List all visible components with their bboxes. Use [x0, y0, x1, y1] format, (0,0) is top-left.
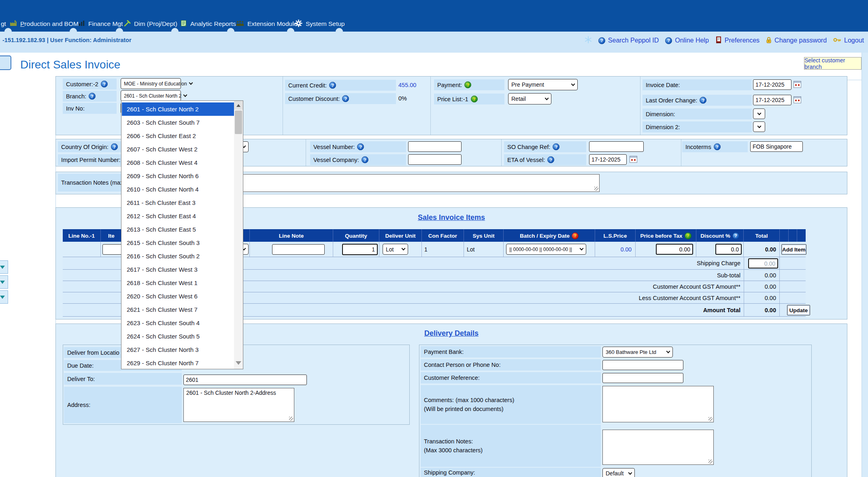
help-icon[interactable]: ?	[111, 143, 118, 150]
branch-option[interactable]: 2629 - Sch Cluster North 7	[122, 356, 234, 370]
dimension2-select[interactable]	[753, 121, 765, 132]
branch-option[interactable]: 2612 - Sch Cluster East 4	[122, 209, 234, 223]
branch-option[interactable]: 2609 - Sch Cluster North 6	[122, 169, 234, 183]
discount-input[interactable]	[715, 244, 742, 255]
help-icon[interactable]: ?	[714, 143, 721, 150]
branch-option[interactable]: 2624 - Sch Cluster South 5	[122, 330, 234, 343]
last-order-change-label: Last Order Change:	[646, 97, 697, 104]
help-icon[interactable]: ?	[547, 156, 554, 163]
branch-option[interactable]: 2610 - Sch Cluster North 4	[122, 183, 234, 196]
batch-expiry-select[interactable]: || 0000-00-00 || 0000-00-00 ||	[506, 244, 586, 255]
add-item-button[interactable]: Add Item	[781, 244, 806, 255]
help-icon[interactable]: ?	[357, 143, 364, 150]
payment-bank-label-cell: Payment Bank:	[421, 346, 601, 358]
nav-tab-partial[interactable]: gt	[1, 18, 6, 30]
scroll-up-button[interactable]	[234, 101, 243, 110]
branch-option[interactable]: 2603 - Sch Cluster South 7	[122, 116, 234, 129]
help-icon[interactable]: ?	[685, 232, 691, 239]
customer-reference-input[interactable]	[602, 373, 683, 383]
nav-tab-finance-mgt[interactable]: Finance Mgt	[79, 18, 123, 30]
branch-option-selected[interactable]: 2601 - Sch Cluster North 2	[122, 102, 234, 116]
price-list-select[interactable]: Retail	[508, 93, 551, 104]
peppol-icon[interactable]	[585, 36, 592, 45]
so-change-ref-input[interactable]	[589, 141, 644, 152]
help-icon[interactable]: ?	[471, 96, 478, 102]
calendar-icon[interactable]	[794, 81, 801, 88]
change-password-link[interactable]: Change password	[766, 36, 827, 45]
incoterms-input[interactable]	[750, 141, 803, 152]
branch-select[interactable]: 2601 - Sch Cluster North 2	[121, 90, 181, 101]
help-icon[interactable]: ?	[700, 97, 706, 104]
col-price-before-tax-label: Price before Tax	[640, 233, 682, 239]
update-button[interactable]: Update	[787, 305, 810, 315]
payment-select[interactable]: Pre Payment	[508, 79, 578, 90]
payment-bank-select[interactable]: 360 Bathware Pte Ltd	[602, 347, 673, 358]
help-icon[interactable]: ?	[101, 81, 108, 87]
help-icon[interactable]: ?	[89, 93, 96, 100]
nav-tab-dim-proj-dept[interactable]: Dim (Proj/Dept)	[124, 18, 177, 30]
branch-option[interactable]: 2616 - Sch Cluster South 2	[122, 249, 234, 263]
panel-collapse-button[interactable]	[0, 275, 8, 289]
payment-label-cell: Payment:?	[434, 79, 504, 90]
nav-tab-analytic-reports[interactable]: Analytic Reports	[181, 18, 236, 30]
branch-option[interactable]: 2618 - Sch Cluster West 1	[122, 276, 234, 290]
online-help-link[interactable]: ?Online Help	[665, 37, 709, 44]
invoice-date-input[interactable]	[753, 79, 791, 90]
import-permit-label: Import Permit Number:	[61, 157, 121, 163]
branch-option[interactable]: 2623 - Sch Cluster South 4	[122, 316, 234, 330]
last-order-change-input[interactable]	[753, 95, 791, 105]
branch-option[interactable]: 2608 - Sch Cluster West 4	[122, 156, 234, 169]
dimension-select[interactable]	[753, 109, 765, 119]
nav-tab-production-and-bom[interactable]: Production and BOM	[10, 18, 79, 30]
branch-option[interactable]: 2615 - Sch Cluster South 3	[122, 236, 234, 249]
branch-option[interactable]: 2613 - Sch Cluster East 5	[122, 223, 234, 236]
ls-price-cell: 0.00	[595, 242, 636, 257]
eta-of-vessel-input[interactable]	[589, 154, 627, 165]
help-icon[interactable]: ?	[553, 143, 560, 150]
branch-option[interactable]: 2606 - Sch Cluster East 2	[122, 129, 234, 143]
delivery-transaction-notes-textarea[interactable]	[602, 430, 714, 465]
branch-option[interactable]: 2620 - Sch Cluster West 6	[122, 290, 234, 303]
deliver-unit-select[interactable]: Lot	[383, 244, 408, 255]
branch-option[interactable]: 2621 - Sch Cluster West 7	[122, 303, 234, 316]
help-icon[interactable]: ?	[732, 232, 739, 239]
branch-option[interactable]: 2611 - Sch Cluster East 3	[122, 196, 234, 209]
branch-option[interactable]: 2607 - Sch Cluster West 2	[122, 143, 234, 156]
quantity-input[interactable]	[342, 244, 378, 255]
scrollbar-thumb[interactable]	[235, 111, 242, 134]
shipping-charge-input[interactable]	[748, 258, 778, 268]
branch-option[interactable]: 2617 - Sch Cluster West 3	[122, 263, 234, 276]
logout-link[interactable]: Logout	[833, 37, 864, 44]
vessel-number-input[interactable]	[408, 141, 462, 152]
contact-input[interactable]	[602, 360, 683, 370]
price-before-tax-input[interactable]	[656, 244, 693, 255]
chevron-down-icon	[757, 111, 761, 115]
search-peppol-link[interactable]: ?Search Peppol ID	[598, 37, 659, 44]
select-customer-branch-button[interactable]: Select customer branch	[804, 57, 862, 70]
branch-option[interactable]: 2627 - Sch Cluster North 3	[122, 343, 234, 356]
deliver-to-input[interactable]	[183, 375, 307, 385]
transaction-notes-row-textarea[interactable]	[182, 174, 600, 192]
invoice-date-label-cell: Invoice Date:	[642, 79, 752, 90]
address-textarea[interactable]: 2601 - Sch Cluster North 2-Address	[183, 388, 294, 422]
help-icon[interactable]: ?	[572, 232, 579, 239]
delivery-transaction-notes-label: Transaction Notes:	[424, 438, 473, 445]
customer-select[interactable]: MOE - Ministry of Education	[121, 78, 181, 89]
help-icon[interactable]: ?	[362, 156, 368, 163]
sidebar-collapsed-tab[interactable]	[0, 55, 11, 70]
vessel-company-input[interactable]	[408, 154, 462, 165]
line-note-input[interactable]	[272, 244, 325, 255]
panel-collapse-button[interactable]	[0, 290, 8, 304]
calendar-icon[interactable]	[794, 96, 801, 103]
help-icon[interactable]: ?	[329, 82, 336, 89]
shipping-company-select[interactable]: Default	[602, 468, 635, 477]
help-icon[interactable]: ?	[342, 95, 349, 102]
panel-collapse-button[interactable]	[0, 260, 8, 274]
dropdown-scrollbar[interactable]	[234, 101, 243, 369]
comments-textarea[interactable]	[602, 386, 714, 422]
arrow-down-icon[interactable]	[236, 361, 241, 365]
eta-of-vessel-label: ETA of Vessel:	[507, 157, 545, 163]
preferences-link[interactable]: Preferences	[715, 36, 760, 45]
help-icon[interactable]: ?	[464, 81, 471, 88]
calendar-icon[interactable]	[630, 156, 637, 163]
